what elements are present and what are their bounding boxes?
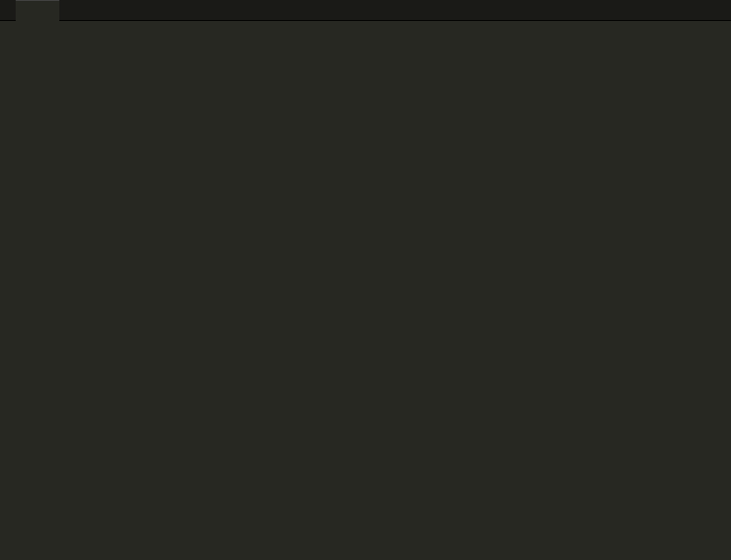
editor — [0, 21, 731, 560]
title-bar — [0, 0, 731, 21]
file-tab[interactable] — [16, 0, 59, 21]
code-area[interactable] — [31, 21, 731, 560]
line-number-gutter[interactable] — [0, 21, 31, 560]
